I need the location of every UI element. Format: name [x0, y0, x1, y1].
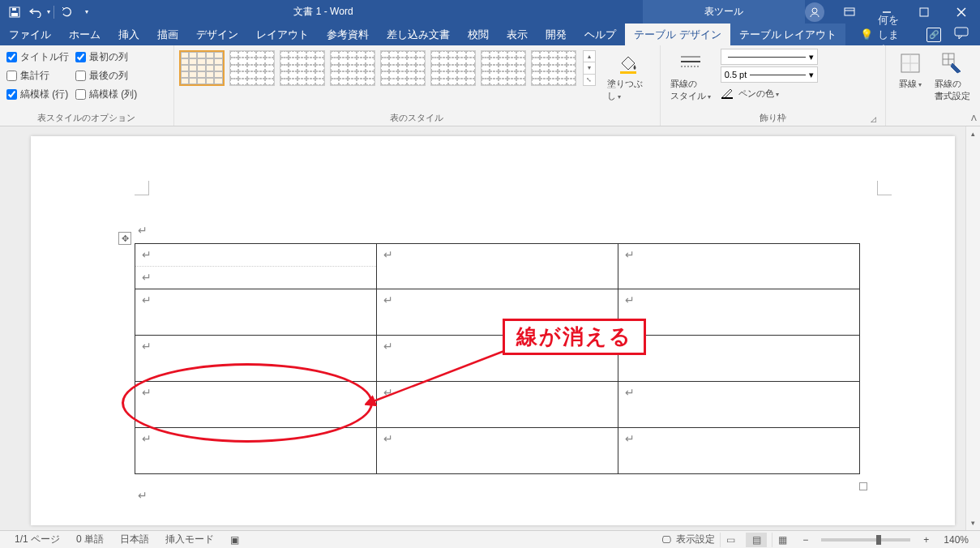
table-style-thumb[interactable]: [531, 50, 576, 86]
table-move-handle[interactable]: ✥: [118, 232, 131, 245]
borders-button[interactable]: 罫線: [891, 47, 930, 90]
zoom-slider[interactable]: [821, 538, 910, 542]
maximize-button[interactable]: [905, 0, 943, 24]
tab-mailings[interactable]: 差し込み文書: [378, 24, 459, 45]
gallery-scroll[interactable]: ▴▾⤡: [583, 50, 596, 86]
border-painter-icon: [939, 50, 965, 76]
pen-color-button[interactable]: ペンの色: [721, 84, 818, 102]
tab-developer[interactable]: 開発: [537, 24, 576, 45]
status-insert-mode[interactable]: 挿入モード: [157, 533, 222, 546]
document-title: 文書 1 - Word: [93, 5, 554, 19]
close-button[interactable]: [943, 0, 980, 24]
page[interactable]: ↵ ✥ ↵↵↵ ↵ ↵↵↵ ↵↵↵ ↵↵↵ ↵↵↵ ↵: [31, 136, 955, 525]
status-bar: 1/1 ページ 0 単語 日本語 挿入モード ▣ 🖵 表示設定 ▭ ▤ ▦ − …: [0, 530, 980, 548]
chk-last-col[interactable]: 最後の列: [75, 67, 137, 83]
svg-rect-2: [12, 8, 16, 11]
group-style-options: タイトル行 集計行 縞模様 (行) 最初の列 最後の列 縞模様 (列) 表スタイ…: [0, 45, 174, 126]
tab-home[interactable]: ホーム: [60, 24, 109, 45]
collapse-ribbon-icon[interactable]: ᐱ: [971, 113, 977, 122]
document-area: ↵ ✥ ↵↵↵ ↵ ↵↵↵ ↵↵↵ ↵↵↵ ↵↵↵ ↵ 線が消える ▴ ▾: [0, 126, 980, 530]
svg-rect-7: [920, 8, 928, 16]
margin-guide: [135, 181, 149, 195]
tab-review[interactable]: 校閲: [459, 24, 498, 45]
table-style-thumb[interactable]: [229, 50, 275, 86]
tab-layout[interactable]: レイアウト: [247, 24, 318, 45]
pen-style-select[interactable]: ▾: [721, 49, 818, 65]
table-style-thumb[interactable]: [380, 50, 426, 86]
tell-me-search[interactable]: 💡 何をしますか: [852, 24, 915, 45]
scroll-up-icon[interactable]: ▴: [966, 126, 980, 141]
pen-icon: [721, 88, 735, 99]
table-style-thumb[interactable]: [481, 50, 526, 86]
tab-table-design[interactable]: テーブル デザイン: [625, 24, 730, 45]
zoom-level[interactable]: 140%: [939, 534, 974, 546]
table-style-thumb[interactable]: [179, 50, 225, 86]
tab-table-layout[interactable]: テーブル レイアウト: [730, 24, 846, 45]
table-style-gallery[interactable]: ▴▾⤡: [179, 47, 596, 86]
status-language[interactable]: 日本語: [112, 533, 157, 546]
ribbon: タイトル行 集計行 縞模様 (行) 最初の列 最後の列 縞模様 (列) 表スタイ…: [0, 45, 980, 126]
view-read-icon[interactable]: ▭: [720, 533, 741, 547]
tab-references[interactable]: 参考資料: [318, 24, 378, 45]
status-words[interactable]: 0 単語: [68, 533, 112, 546]
bucket-icon: [615, 50, 641, 76]
save-icon[interactable]: [5, 2, 24, 22]
tab-insert[interactable]: 挿入: [109, 24, 148, 45]
paragraph-mark: ↵: [138, 489, 148, 503]
tab-help[interactable]: ヘルプ: [576, 24, 625, 45]
svg-rect-11: [620, 71, 636, 74]
border-painter-button[interactable]: 罫線の 書式設定: [930, 47, 975, 102]
macro-record-icon[interactable]: ▣: [222, 534, 247, 546]
svg-rect-4: [845, 8, 854, 15]
group-borders: 罫線の スタイル ▾ 0.5 pt▾ ペンの色 飾り枠◿: [661, 45, 886, 126]
table-resize-handle[interactable]: [859, 482, 867, 490]
borders-icon: [897, 50, 923, 76]
table-style-thumb[interactable]: [330, 50, 375, 86]
shading-button[interactable]: 塗りつぶし: [602, 47, 655, 102]
quick-access-toolbar: ▾ ▾: [0, 2, 93, 22]
zoom-out-button[interactable]: −: [798, 534, 813, 546]
tab-design[interactable]: デザイン: [187, 24, 247, 45]
group-table-styles: ▴▾⤡ 塗りつぶし 表のスタイル: [174, 45, 661, 126]
chk-header-row[interactable]: タイトル行: [6, 49, 69, 65]
redo-icon[interactable]: [58, 2, 77, 22]
scroll-down-icon[interactable]: ▾: [966, 516, 980, 530]
contextual-tab-label: 表ツール: [643, 0, 805, 24]
chk-banded-cols[interactable]: 縞模様 (列): [75, 86, 137, 102]
view-print-icon[interactable]: ▤: [746, 533, 767, 547]
vertical-scrollbar[interactable]: ▴ ▾: [965, 126, 980, 530]
tab-draw[interactable]: 描画: [148, 24, 187, 45]
title-bar: ▾ ▾ 文書 1 - Word 表ツール: [0, 0, 980, 24]
svg-rect-10: [955, 28, 968, 36]
comments-icon[interactable]: [954, 27, 969, 42]
status-page[interactable]: 1/1 ページ: [6, 533, 68, 546]
status-display[interactable]: 表示設定: [676, 533, 715, 546]
chk-banded-rows[interactable]: 縞模様 (行): [6, 86, 69, 102]
table-style-thumb[interactable]: [430, 50, 476, 86]
chk-total-row[interactable]: 集計行: [6, 67, 69, 83]
ribbon-tabs: ファイル ホーム 挿入 描画 デザイン レイアウト 参考資料 差し込み文書 校閲…: [0, 24, 980, 45]
tab-file[interactable]: ファイル: [0, 24, 60, 45]
chk-first-col[interactable]: 最初の列: [75, 49, 137, 65]
annotation-callout: 線が消える: [503, 319, 646, 355]
lightbulb-icon: 💡: [860, 28, 873, 41]
paragraph-mark: ↵: [138, 224, 148, 238]
undo-icon[interactable]: [26, 2, 45, 22]
dialog-launcher-icon[interactable]: ◿: [869, 115, 879, 125]
display-settings-icon[interactable]: 🖵: [661, 534, 671, 546]
svg-rect-1: [11, 13, 18, 16]
svg-point-3: [812, 8, 817, 13]
table-style-thumb[interactable]: [280, 50, 325, 86]
zoom-in-button[interactable]: +: [918, 534, 934, 546]
svg-rect-15: [721, 97, 733, 99]
border-styles-button[interactable]: 罫線の スタイル: [665, 47, 716, 102]
share-icon[interactable]: 🔗: [927, 28, 941, 42]
tab-view[interactable]: 表示: [498, 24, 537, 45]
view-web-icon[interactable]: ▦: [772, 533, 793, 547]
account-icon[interactable]: [805, 2, 824, 22]
margin-guide: [877, 181, 892, 195]
document-table[interactable]: ↵↵↵ ↵ ↵↵↵ ↵↵↵ ↵↵↵ ↵↵↵: [135, 243, 860, 474]
group-label-borders: 飾り枠◿: [665, 111, 880, 126]
pen-weight-select[interactable]: 0.5 pt▾: [721, 66, 818, 83]
ribbon-display-icon[interactable]: [831, 0, 868, 24]
